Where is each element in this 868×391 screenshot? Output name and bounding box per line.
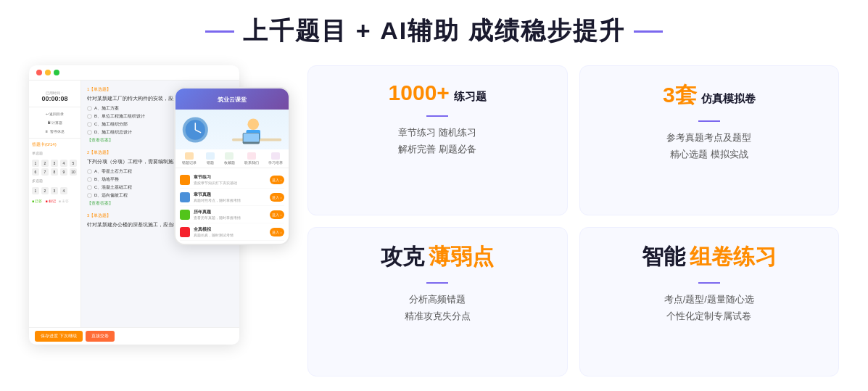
answer-num-4[interactable]: 4: [60, 160, 67, 167]
header-line-left: [205, 30, 234, 33]
features-grid: 1000+ 练习题 章节练习 随机练习 解析完善 刷题必备 3套 仿真模拟卷 参…: [307, 65, 839, 376]
answer-num-7[interactable]: 7: [41, 168, 49, 176]
list-item-4[interactable]: 全真模拟 真题仿真，随时测试考情 进入 ›: [180, 223, 284, 241]
phone-app-name: 筑业云课堂: [181, 96, 283, 104]
list-icon-4: [180, 227, 190, 237]
weakness-plain: 攻克: [381, 242, 424, 272]
weakness-title-row: 攻克 薄弱点: [381, 242, 494, 272]
dot-red: [36, 70, 42, 75]
mockup-panel: 已用时间： 00:00:08 ↩ 返回目录 🖩 计算器 ⏸ 暂停休息 答题卡(0…: [29, 65, 290, 376]
list-text-3: 历年真题 查看历年真题，随时掌握考情: [194, 209, 266, 220]
answer-num-10[interactable]: 10: [70, 168, 77, 176]
header: 上千题目 + AI辅助 成绩稳步提升: [205, 15, 662, 48]
answer-num-m3[interactable]: 3: [51, 187, 58, 194]
bottom-buttons: 保存进度 下次继续 直接交卷: [29, 327, 239, 345]
phone-illustration: [175, 110, 289, 149]
list-title-1: 章节练习: [194, 174, 266, 181]
phone-list: 章节练习 查按章节知识打下夯实基础 进入 › 章节真题 真题对照考点，随时掌握考…: [175, 168, 289, 244]
list-icon-3: [180, 210, 190, 220]
list-sub-3: 查看历年真题，随时掌握考情: [194, 215, 266, 220]
practice-title-row: 1000+ 练习题: [389, 81, 487, 105]
nav-item-4[interactable]: 联系我们: [244, 152, 259, 165]
simulation-title-row: 3套 仿真模拟卷: [663, 81, 756, 110]
practice-desc: 章节练习 随机练习 解析完善 刷题必备: [398, 124, 476, 158]
smart-title-row: 智能 组卷练习: [642, 242, 777, 272]
list-sub-4: 真题仿真，随时测试考情: [194, 233, 266, 237]
answer-num-m2[interactable]: 2: [41, 187, 49, 194]
sidebar-buttons: ↩ 返回目录 🖩 计算器 ⏸ 暂停休息: [29, 107, 80, 138]
list-title-3: 历年真题: [194, 209, 266, 215]
simulation-number: 3套: [663, 81, 697, 110]
practice-tag: 练习题: [454, 90, 487, 104]
answer-grid-multi: 1 2 3 4: [29, 184, 80, 197]
nav-item-3[interactable]: 收藏题: [224, 152, 235, 165]
answer-num-9[interactable]: 9: [60, 168, 67, 176]
save-button[interactable]: 保存进度 下次继续: [35, 331, 83, 342]
svg-point-5: [247, 118, 259, 130]
illustration-svg: [175, 110, 289, 149]
list-icon-2: [180, 192, 190, 202]
simulation-tag: 仿真模拟卷: [701, 92, 756, 106]
answer-num-3[interactable]: 3: [51, 160, 58, 167]
feature-card-weakness: 攻克 薄弱点 分析高频错题 精准攻克失分点: [307, 227, 568, 377]
answer-grid: 1 2 3 4 5 6 7 8 9 10: [29, 157, 80, 178]
browser-bar: [29, 65, 239, 81]
simulation-desc: 参考真题考点及题型 精心选题 模拟实战: [666, 129, 751, 163]
feature-card-simulation: 3套 仿真模拟卷 参考真题考点及题型 精心选题 模拟实战: [579, 65, 840, 215]
answer-num-1[interactable]: 1: [32, 160, 39, 167]
timer-box: 已用时间： 00:00:08: [29, 86, 80, 107]
practice-divider: [426, 115, 448, 117]
list-arrow-2[interactable]: 进入 ›: [270, 193, 284, 202]
feature-card-practice: 1000+ 练习题 章节练习 随机练习 解析完善 刷题必备: [307, 65, 568, 215]
smart-divider: [698, 282, 720, 284]
list-arrow-1[interactable]: 进入 ›: [270, 176, 284, 184]
weakness-highlight: 薄弱点: [429, 242, 494, 272]
browser-sidebar: 已用时间： 00:00:08 ↩ 返回目录 🖩 计算器 ⏸ 暂停休息 答题卡(0…: [29, 81, 81, 327]
answer-num-2[interactable]: 2: [41, 160, 49, 167]
phone-header: 筑业云课堂: [175, 89, 289, 110]
feature-card-smart: 智能 组卷练习 考点/题型/题量随心选 个性化定制专属试卷: [579, 227, 840, 377]
answer-num-8[interactable]: 8: [51, 168, 58, 176]
list-text-1: 章节练习 查按章节知识打下夯实基础: [194, 174, 266, 185]
sidebar-btn-calc[interactable]: 🖩 计算器: [32, 119, 78, 126]
dot-yellow: [45, 70, 51, 75]
smart-highlight: 组卷练习: [690, 242, 777, 272]
phone-window: 筑业云课堂: [174, 87, 290, 245]
list-text-2: 章节真题 真题对照考点，随时掌握考情: [194, 192, 266, 202]
answer-num-5[interactable]: 5: [70, 160, 77, 167]
list-item-3[interactable]: 历年真题 查看历年真题，随时掌握考情 进入 ›: [180, 206, 284, 223]
nav-item-1[interactable]: 错题记录: [182, 152, 197, 165]
list-arrow-3[interactable]: 进入 ›: [270, 210, 284, 219]
answer-card-title: 答题卡(0/14): [29, 138, 80, 151]
list-text-4: 全真模拟 真题仿真，随时测试考情: [194, 226, 266, 237]
sidebar-btn-back[interactable]: ↩ 返回目录: [32, 110, 78, 118]
simulation-divider: [698, 120, 720, 122]
timer-value: 00:00:08: [32, 95, 78, 102]
dot-green: [54, 70, 59, 75]
list-item-1[interactable]: 章节练习 查按章节知识打下夯实基础 进入 ›: [180, 171, 284, 189]
nav-item-5[interactable]: 学习培养: [268, 152, 283, 165]
list-icon-1: [180, 175, 190, 185]
list-title-4: 全真模拟: [194, 226, 266, 233]
submit-button[interactable]: 直接交卷: [86, 331, 115, 342]
page-container: 上千题目 + AI辅助 成绩稳步提升 已用时间： 00:00:08: [0, 0, 868, 391]
list-title-2: 章节真题: [194, 192, 266, 198]
header-line-right: [634, 30, 663, 33]
svg-rect-8: [244, 133, 259, 142]
list-sub-2: 真题对照考点，随时掌握考情: [194, 198, 266, 202]
main-content: 已用时间： 00:00:08 ↩ 返回目录 🖩 计算器 ⏸ 暂停休息 答题卡(0…: [29, 65, 839, 376]
practice-number: 1000+: [389, 81, 450, 105]
answer-num-6[interactable]: 6: [32, 168, 39, 176]
weakness-divider: [426, 282, 448, 284]
smart-plain: 智能: [642, 242, 685, 272]
list-sub-1: 查按章节知识打下夯实基础: [194, 181, 266, 185]
sidebar-btn-pause[interactable]: ⏸ 暂停休息: [32, 128, 78, 135]
smart-desc: 考点/题型/题量随心选 个性化定制专属试卷: [664, 291, 754, 325]
answer-num-m1[interactable]: 1: [32, 187, 39, 194]
answer-num-m4[interactable]: 4: [60, 187, 67, 194]
weakness-desc: 分析高频错题 精准攻克失分点: [405, 291, 471, 325]
list-item-2[interactable]: 章节真题 真题对照考点，随时掌握考情 进入 ›: [180, 189, 284, 206]
nav-item-2[interactable]: 错题: [206, 152, 215, 165]
list-arrow-4[interactable]: 进入 ›: [270, 228, 284, 236]
page-title: 上千题目 + AI辅助 成绩稳步提升: [243, 15, 624, 48]
